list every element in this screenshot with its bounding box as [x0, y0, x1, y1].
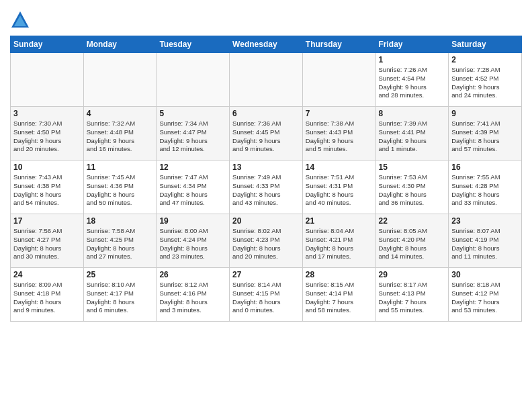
day-info: Sunrise: 8:15 AM Sunset: 4:14 PM Dayligh…	[306, 281, 373, 315]
calendar-cell: 11Sunrise: 7:45 AM Sunset: 4:36 PM Dayli…	[83, 161, 157, 214]
calendar-week-row: 17Sunrise: 7:56 AM Sunset: 4:27 PM Dayli…	[11, 214, 522, 268]
calendar-cell: 21Sunrise: 8:04 AM Sunset: 4:21 PM Dayli…	[302, 214, 375, 268]
day-number: 6	[232, 109, 300, 118]
calendar-week-row: 3Sunrise: 7:30 AM Sunset: 4:50 PM Daylig…	[11, 107, 522, 161]
logo	[10, 10, 33, 30]
day-number: 19	[159, 216, 226, 226]
day-number: 5	[159, 109, 226, 118]
day-info: Sunrise: 8:02 AM Sunset: 4:23 PM Dayligh…	[232, 227, 300, 261]
day-number: 3	[13, 109, 81, 118]
day-number: 22	[379, 216, 446, 226]
calendar-cell: 14Sunrise: 7:51 AM Sunset: 4:31 PM Dayli…	[302, 161, 375, 214]
day-number: 8	[379, 109, 446, 118]
day-number: 15	[379, 163, 446, 172]
day-number: 9	[451, 109, 519, 118]
calendar-cell: 30Sunrise: 8:18 AM Sunset: 4:12 PM Dayli…	[449, 268, 522, 322]
calendar-cell: 13Sunrise: 7:49 AM Sunset: 4:33 PM Dayli…	[230, 161, 303, 214]
calendar-cell: 5Sunrise: 7:34 AM Sunset: 4:47 PM Daylig…	[157, 107, 230, 161]
calendar-cell: 7Sunrise: 7:38 AM Sunset: 4:43 PM Daylig…	[302, 107, 375, 161]
day-info: Sunrise: 8:07 AM Sunset: 4:19 PM Dayligh…	[451, 227, 519, 261]
day-info: Sunrise: 7:39 AM Sunset: 4:41 PM Dayligh…	[379, 120, 446, 154]
day-number: 30	[451, 270, 519, 279]
calendar-week-row: 10Sunrise: 7:43 AM Sunset: 4:38 PM Dayli…	[11, 161, 522, 214]
header-tuesday: Tuesday	[157, 36, 230, 53]
day-info: Sunrise: 7:55 AM Sunset: 4:28 PM Dayligh…	[451, 173, 519, 208]
calendar-cell: 9Sunrise: 7:41 AM Sunset: 4:39 PM Daylig…	[449, 107, 522, 161]
main-container: SundayMondayTuesdayWednesdayThursdayFrid…	[0, 0, 532, 325]
header-friday: Friday	[375, 36, 449, 53]
day-info: Sunrise: 7:58 AM Sunset: 4:25 PM Dayligh…	[87, 227, 154, 261]
day-number: 26	[159, 270, 226, 279]
calendar-cell: 17Sunrise: 7:56 AM Sunset: 4:27 PM Dayli…	[11, 214, 84, 268]
calendar-cell	[157, 53, 230, 107]
calendar-cell: 16Sunrise: 7:55 AM Sunset: 4:28 PM Dayli…	[449, 161, 522, 214]
day-number: 12	[159, 163, 226, 172]
calendar-cell: 6Sunrise: 7:36 AM Sunset: 4:45 PM Daylig…	[230, 107, 303, 161]
calendar-cell: 1Sunrise: 7:26 AM Sunset: 4:54 PM Daylig…	[375, 53, 449, 107]
calendar-cell: 19Sunrise: 8:00 AM Sunset: 4:24 PM Dayli…	[157, 214, 230, 268]
calendar-week-row: 24Sunrise: 8:09 AM Sunset: 4:18 PM Dayli…	[11, 268, 522, 322]
day-number: 18	[87, 216, 154, 226]
calendar-cell: 28Sunrise: 8:15 AM Sunset: 4:14 PM Dayli…	[302, 268, 375, 322]
calendar-cell: 10Sunrise: 7:43 AM Sunset: 4:38 PM Dayli…	[11, 161, 84, 214]
day-info: Sunrise: 7:43 AM Sunset: 4:38 PM Dayligh…	[13, 173, 81, 208]
header-wednesday: Wednesday	[230, 36, 303, 53]
logo-icon	[10, 10, 30, 30]
calendar-cell: 25Sunrise: 8:10 AM Sunset: 4:17 PM Dayli…	[83, 268, 157, 322]
day-number: 24	[13, 270, 81, 279]
calendar-cell: 3Sunrise: 7:30 AM Sunset: 4:50 PM Daylig…	[11, 107, 84, 161]
day-info: Sunrise: 8:14 AM Sunset: 4:15 PM Dayligh…	[232, 281, 300, 315]
calendar-cell	[11, 53, 84, 107]
day-number: 27	[232, 270, 300, 279]
calendar-cell: 2Sunrise: 7:28 AM Sunset: 4:52 PM Daylig…	[449, 53, 522, 107]
day-number: 23	[451, 216, 519, 226]
day-info: Sunrise: 7:30 AM Sunset: 4:50 PM Dayligh…	[13, 120, 81, 154]
calendar-cell	[302, 53, 375, 107]
day-number: 1	[379, 55, 446, 64]
header	[10, 7, 522, 30]
day-info: Sunrise: 8:12 AM Sunset: 4:16 PM Dayligh…	[159, 281, 226, 315]
day-info: Sunrise: 8:04 AM Sunset: 4:21 PM Dayligh…	[306, 227, 373, 261]
day-info: Sunrise: 7:49 AM Sunset: 4:33 PM Dayligh…	[232, 173, 300, 208]
day-number: 25	[87, 270, 154, 279]
day-info: Sunrise: 8:10 AM Sunset: 4:17 PM Dayligh…	[87, 281, 154, 315]
day-number: 17	[13, 216, 81, 226]
calendar-cell: 23Sunrise: 8:07 AM Sunset: 4:19 PM Dayli…	[449, 214, 522, 268]
calendar-cell: 22Sunrise: 8:05 AM Sunset: 4:20 PM Dayli…	[375, 214, 449, 268]
day-info: Sunrise: 8:17 AM Sunset: 4:13 PM Dayligh…	[379, 281, 446, 315]
day-info: Sunrise: 7:41 AM Sunset: 4:39 PM Dayligh…	[451, 120, 519, 154]
header-thursday: Thursday	[302, 36, 375, 53]
calendar-cell: 24Sunrise: 8:09 AM Sunset: 4:18 PM Dayli…	[11, 268, 84, 322]
calendar-cell: 15Sunrise: 7:53 AM Sunset: 4:30 PM Dayli…	[375, 161, 449, 214]
day-info: Sunrise: 7:56 AM Sunset: 4:27 PM Dayligh…	[13, 227, 81, 261]
day-info: Sunrise: 8:05 AM Sunset: 4:20 PM Dayligh…	[379, 227, 446, 261]
calendar-cell: 18Sunrise: 7:58 AM Sunset: 4:25 PM Dayli…	[83, 214, 157, 268]
day-info: Sunrise: 7:36 AM Sunset: 4:45 PM Dayligh…	[232, 120, 300, 154]
day-number: 7	[306, 109, 373, 118]
day-number: 16	[451, 163, 519, 172]
day-info: Sunrise: 7:53 AM Sunset: 4:30 PM Dayligh…	[379, 173, 446, 208]
day-number: 14	[306, 163, 373, 172]
day-number: 20	[232, 216, 300, 226]
day-number: 11	[87, 163, 154, 172]
calendar-cell: 20Sunrise: 8:02 AM Sunset: 4:23 PM Dayli…	[230, 214, 303, 268]
header-monday: Monday	[83, 36, 157, 53]
day-info: Sunrise: 8:00 AM Sunset: 4:24 PM Dayligh…	[159, 227, 226, 261]
day-info: Sunrise: 7:51 AM Sunset: 4:31 PM Dayligh…	[306, 173, 373, 208]
calendar-cell: 8Sunrise: 7:39 AM Sunset: 4:41 PM Daylig…	[375, 107, 449, 161]
day-info: Sunrise: 7:38 AM Sunset: 4:43 PM Dayligh…	[306, 120, 373, 154]
calendar-table: SundayMondayTuesdayWednesdayThursdayFrid…	[10, 36, 522, 322]
calendar-cell: 4Sunrise: 7:32 AM Sunset: 4:48 PM Daylig…	[83, 107, 157, 161]
day-number: 10	[13, 163, 81, 172]
day-info: Sunrise: 7:45 AM Sunset: 4:36 PM Dayligh…	[87, 173, 154, 208]
day-info: Sunrise: 8:09 AM Sunset: 4:18 PM Dayligh…	[13, 281, 81, 315]
day-number: 21	[306, 216, 373, 226]
day-info: Sunrise: 7:32 AM Sunset: 4:48 PM Dayligh…	[87, 120, 154, 154]
calendar-week-row: 1Sunrise: 7:26 AM Sunset: 4:54 PM Daylig…	[11, 53, 522, 107]
day-info: Sunrise: 7:47 AM Sunset: 4:34 PM Dayligh…	[159, 173, 226, 208]
calendar-header-row: SundayMondayTuesdayWednesdayThursdayFrid…	[11, 36, 522, 53]
day-info: Sunrise: 7:34 AM Sunset: 4:47 PM Dayligh…	[159, 120, 226, 154]
day-info: Sunrise: 7:26 AM Sunset: 4:54 PM Dayligh…	[379, 66, 446, 100]
day-number: 4	[87, 109, 154, 118]
calendar-cell	[83, 53, 157, 107]
